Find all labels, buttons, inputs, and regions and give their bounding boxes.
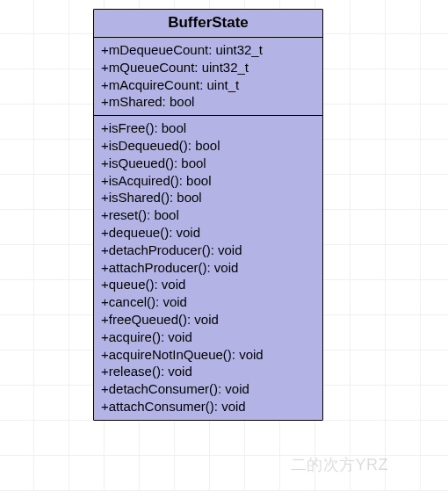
- attribute: +mQueueCount: uint32_t: [101, 59, 315, 76]
- operation: +isAcquired(): bool: [101, 172, 315, 190]
- operation: +release(): void: [101, 363, 315, 380]
- operation: +detachProducer(): void: [101, 242, 315, 259]
- attribute: +mShared: bool: [101, 93, 315, 111]
- operation: +isShared(): bool: [101, 189, 315, 206]
- operation: +isQueued(): bool: [101, 155, 315, 172]
- operation: +freeQueued(): void: [101, 311, 315, 329]
- operation: +acquireNotInQueue(): void: [101, 346, 315, 364]
- operation: +isDequeued(): bool: [101, 137, 315, 155]
- operation: +cancel(): void: [101, 293, 315, 311]
- attributes-compartment: +mDequeueCount: uint32_t +mQueueCount: u…: [94, 38, 322, 115]
- operation: +isFree(): bool: [101, 119, 315, 137]
- operation: +detachConsumer(): void: [101, 380, 315, 398]
- operation: +attachConsumer(): void: [101, 398, 315, 415]
- operation: +acquire(): void: [101, 329, 315, 346]
- operation: +reset(): bool: [101, 206, 315, 224]
- operations-compartment: +isFree(): bool +isDequeued(): bool +isQ…: [94, 115, 322, 420]
- operation: +dequeue(): void: [101, 224, 315, 242]
- uml-class-bufferstate[interactable]: BufferState +mDequeueCount: uint32_t +mQ…: [93, 9, 323, 421]
- attribute: +mDequeueCount: uint32_t: [101, 41, 315, 59]
- operation: +attachProducer(): void: [101, 259, 315, 277]
- attribute: +mAcquireCount: uint_t: [101, 76, 315, 94]
- operation: +queue(): void: [101, 276, 315, 293]
- class-name: BufferState: [94, 10, 322, 38]
